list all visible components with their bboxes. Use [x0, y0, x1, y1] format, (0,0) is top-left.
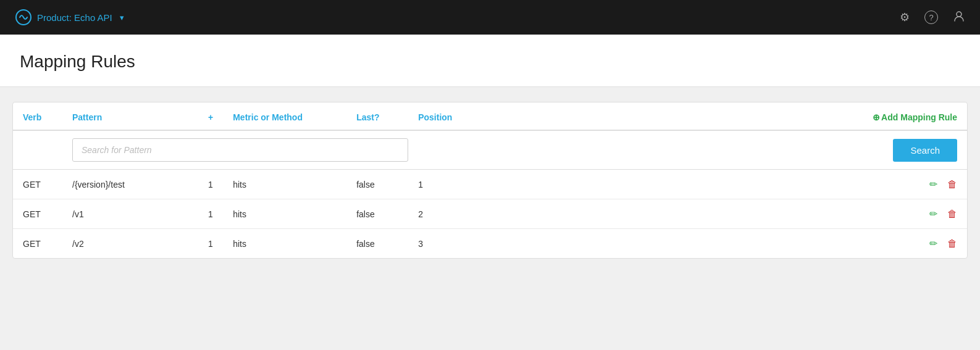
main-content: Verb Pattern + Metric or Method Last? Po…: [0, 87, 980, 350]
col-position: Position: [408, 102, 482, 130]
search-empty-position: [408, 130, 482, 170]
row-position: 1: [408, 170, 482, 199]
row-last: false: [346, 170, 408, 199]
row-last: false: [346, 229, 408, 259]
col-plus: +: [198, 102, 223, 130]
col-pattern: Pattern: [62, 102, 198, 130]
delete-icon[interactable]: 🗑: [947, 209, 957, 219]
row-pattern: /v2: [62, 229, 198, 259]
row-metric: hits: [223, 170, 346, 199]
search-cell: [62, 130, 408, 170]
header-icons: ⚙ ?: [900, 10, 965, 25]
delete-icon[interactable]: 🗑: [947, 179, 957, 190]
mapping-rules-table: Verb Pattern + Metric or Method Last? Po…: [13, 102, 967, 258]
chevron-down-icon: ▾: [120, 13, 124, 22]
add-rule-label: Add Mapping Rule: [881, 112, 957, 122]
table-row: GET /v2 1 hits false 3 ✏ 🗑: [13, 229, 967, 259]
row-verb: GET: [13, 170, 62, 199]
product-label: Product: Echo API: [37, 12, 112, 23]
row-verb: GET: [13, 229, 62, 259]
svg-point-1: [957, 12, 961, 17]
table-row: GET /{version}/test 1 hits false 1 ✏ 🗑: [13, 170, 967, 199]
plus-circle-icon: ⊕: [873, 112, 880, 122]
page-title: Mapping Rules: [20, 52, 960, 72]
search-button-cell: Search: [482, 130, 967, 170]
add-mapping-rule-header[interactable]: ⊕Add Mapping Rule: [482, 102, 967, 130]
row-plus: 1: [198, 229, 223, 259]
row-metric: hits: [223, 199, 346, 229]
row-pattern: /{version}/test: [62, 170, 198, 199]
row-actions: ✏ 🗑: [482, 199, 967, 229]
header: Product: Echo API ▾ ⚙ ?: [0, 0, 980, 35]
product-selector[interactable]: Product: Echo API ▾: [15, 9, 124, 26]
col-verb: Verb: [13, 102, 62, 130]
table-header-row: Verb Pattern + Metric or Method Last? Po…: [13, 102, 967, 130]
page-title-section: Mapping Rules: [0, 35, 980, 87]
user-icon[interactable]: [953, 10, 965, 25]
mapping-rules-card: Verb Pattern + Metric or Method Last? Po…: [12, 102, 968, 259]
row-actions: ✏ 🗑: [482, 229, 967, 259]
row-metric: hits: [223, 229, 346, 259]
row-last: false: [346, 199, 408, 229]
search-row: Search: [13, 130, 967, 170]
col-metric: Metric or Method: [223, 102, 346, 130]
row-actions: ✏ 🗑: [482, 170, 967, 199]
edit-icon[interactable]: ✏: [929, 238, 937, 249]
delete-icon[interactable]: 🗑: [947, 238, 957, 249]
row-plus: 1: [198, 170, 223, 199]
row-pattern: /v1: [62, 199, 198, 229]
help-icon[interactable]: ?: [924, 10, 938, 24]
edit-icon[interactable]: ✏: [929, 179, 937, 190]
row-plus: 1: [198, 199, 223, 229]
search-input[interactable]: [72, 138, 408, 162]
settings-icon[interactable]: ⚙: [900, 10, 910, 24]
row-verb: GET: [13, 199, 62, 229]
edit-icon[interactable]: ✏: [929, 209, 937, 219]
search-empty-verb: [13, 130, 62, 170]
row-position: 2: [408, 199, 482, 229]
table-row: GET /v1 1 hits false 2 ✏ 🗑: [13, 199, 967, 229]
product-logo-icon: [15, 9, 32, 26]
search-button[interactable]: Search: [893, 139, 957, 162]
col-last: Last?: [346, 102, 408, 130]
row-position: 3: [408, 229, 482, 259]
